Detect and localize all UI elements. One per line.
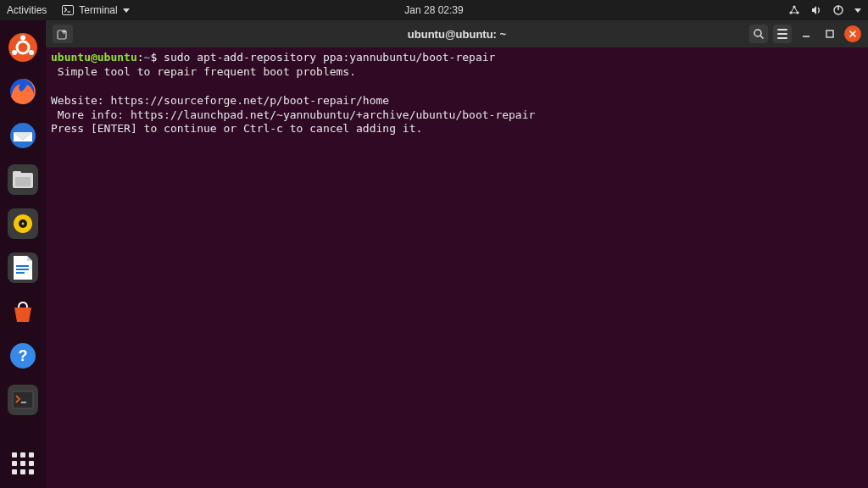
svg-point-30 <box>754 30 761 36</box>
close-button[interactable] <box>844 25 861 42</box>
terminal-output[interactable]: ubuntu@ubuntu:~$ sudo apt-add-repository… <box>46 47 868 488</box>
svg-rect-21 <box>16 269 29 270</box>
prompt-colon: : <box>137 51 144 64</box>
svg-rect-25 <box>13 391 33 408</box>
output-line: More info: https://launchpad.net/~yannub… <box>51 108 535 121</box>
svg-rect-22 <box>16 272 25 274</box>
dock-item-files[interactable] <box>8 164 38 195</box>
hamburger-icon <box>777 29 787 39</box>
files-icon <box>12 169 34 190</box>
close-icon <box>849 30 857 38</box>
help-icon: ? <box>9 342 36 369</box>
svg-point-10 <box>12 50 17 55</box>
ubuntu-icon <box>8 32 38 63</box>
terminal-window-bar: ubuntu@ubuntu: ~ <box>46 20 868 47</box>
minimize-button[interactable] <box>797 25 815 43</box>
activities-button[interactable]: Activities <box>7 4 47 16</box>
svg-rect-33 <box>826 30 833 37</box>
maximize-icon <box>825 29 835 39</box>
svg-rect-16 <box>15 177 31 186</box>
gnome-top-panel: Activities Terminal Jan 28 02:39 <box>0 0 868 20</box>
window-title: ubuntu@ubuntu: ~ <box>408 28 506 41</box>
svg-point-9 <box>20 36 25 41</box>
firefox-icon <box>8 77 37 106</box>
minimize-icon <box>801 29 811 39</box>
dock-item-rhythmbox[interactable] <box>8 208 38 239</box>
dock-item-ubuntu[interactable] <box>8 32 38 63</box>
svg-text:?: ? <box>19 347 28 364</box>
svg-point-19 <box>22 223 25 225</box>
system-status-area[interactable] <box>788 4 861 16</box>
clock[interactable]: Jan 28 02:39 <box>404 4 463 16</box>
prompt-user: ubuntu@ubuntu <box>51 51 137 64</box>
output-line: Simple tool to repair frequent boot prob… <box>51 65 356 78</box>
dock-item-writer[interactable]: LibreOffice Writer <box>8 252 38 283</box>
music-icon <box>11 212 35 236</box>
output-line: Press [ENTER] to continue or Ctrl-c to c… <box>51 122 422 135</box>
writer-icon <box>12 255 34 280</box>
menu-button[interactable] <box>773 25 792 43</box>
new-tab-icon <box>57 28 69 40</box>
show-apps-button[interactable] <box>10 451 36 476</box>
output-line: Website: https://sourceforge.net/p/boot-… <box>51 94 389 107</box>
search-button[interactable] <box>749 25 768 43</box>
svg-point-11 <box>29 50 34 55</box>
dock-item-firefox[interactable] <box>8 76 38 107</box>
svg-rect-20 <box>16 265 29 267</box>
dock-item-software[interactable] <box>8 297 38 327</box>
app-menu-label: Terminal <box>79 4 117 16</box>
chevron-down-icon <box>854 8 861 13</box>
terminal-app-icon <box>12 391 34 409</box>
volume-icon <box>810 4 822 16</box>
dock-item-help[interactable]: ? <box>8 341 38 371</box>
dock: LibreOffice Writer ? <box>0 20 46 488</box>
software-icon <box>9 299 36 324</box>
prompt-dollar: $ <box>150 51 157 64</box>
dock-item-terminal[interactable] <box>8 385 38 415</box>
network-icon <box>788 4 800 16</box>
svg-rect-0 <box>63 6 74 15</box>
dock-item-thunderbird[interactable] <box>8 120 38 151</box>
chevron-down-icon <box>123 8 130 13</box>
thunderbird-icon <box>8 121 37 150</box>
maximize-button[interactable] <box>821 25 839 43</box>
new-tab-button[interactable] <box>53 25 73 43</box>
svg-line-31 <box>760 36 764 39</box>
power-icon <box>832 4 844 16</box>
command-text: sudo apt-add-repository ppa:yannubuntu/b… <box>164 51 495 64</box>
app-menu[interactable]: Terminal <box>62 4 129 16</box>
search-icon <box>753 28 765 40</box>
terminal-icon <box>62 5 74 15</box>
svg-rect-15 <box>13 171 21 175</box>
